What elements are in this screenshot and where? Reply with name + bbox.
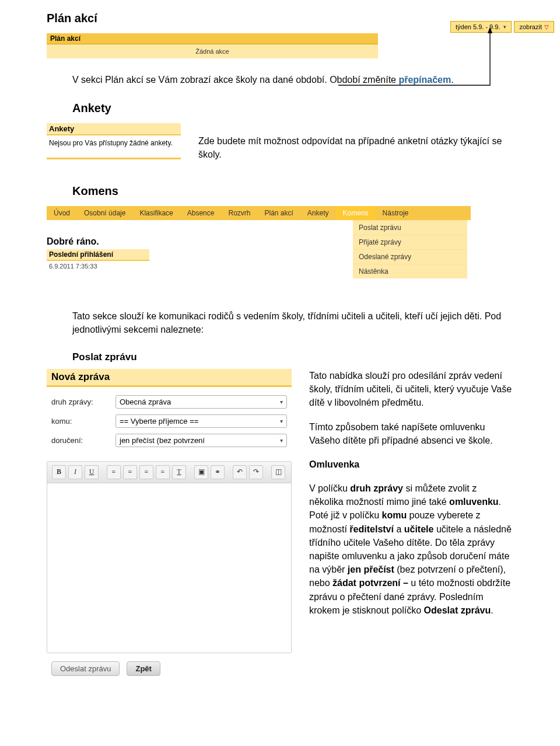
section-ankety-title: Ankety — [72, 102, 513, 115]
redo-icon[interactable]: ↷ — [249, 465, 263, 479]
align-right-icon[interactable]: ≡ — [139, 465, 153, 479]
section-komens-title: Komens — [72, 184, 513, 198]
nav-bar: Úvod Osobní údaje Klasifikace Absence Ro… — [47, 206, 471, 220]
section-plan-title: Plán akcí — [47, 12, 513, 25]
align-left-icon[interactable]: ≡ — [107, 465, 121, 479]
last-login-widget: Poslední přihlášení 6.9.2011 7:35:33 — [47, 249, 149, 271]
text-color-icon[interactable]: T — [172, 465, 186, 479]
underline-icon[interactable]: U — [85, 465, 99, 479]
image-icon[interactable]: ▣ — [194, 465, 208, 479]
select-doruceni[interactable]: jen přečíst (bez potvrzení▾ — [116, 434, 287, 447]
switcher-link: přepínačem — [398, 75, 451, 85]
poslat-p1: Tato nabídka slouží pro odesílání zpráv … — [309, 369, 513, 410]
eraser-icon[interactable]: ◫ — [271, 465, 285, 479]
nav-komens[interactable]: Komens — [336, 206, 376, 220]
last-login-value: 6.9.2011 7:35:33 — [47, 261, 149, 271]
last-login-label: Poslední přihlášení — [47, 249, 149, 261]
komens-description: Tato sekce slouží ke komunikaci rodičů s… — [72, 310, 513, 336]
nav-uvod[interactable]: Úvod — [47, 206, 77, 220]
chevron-down-icon: ▾ — [503, 24, 506, 30]
bold-icon[interactable]: B — [52, 465, 66, 479]
link-icon[interactable]: ⚭ — [211, 465, 225, 479]
separator — [265, 465, 269, 478]
section-poslat-title: Poslat zprávu — [72, 351, 513, 363]
new-message-title: Nová zpráva — [47, 369, 292, 387]
message-editor: B I U ≡ ≡ ≡ ≡ T ▣ ⚭ ↶ ↷ ◫ — [47, 461, 292, 653]
editor-textarea[interactable] — [47, 483, 291, 653]
chevron-down-icon: ▾ — [280, 437, 283, 444]
plan-widget: Plán akcí Žádná akce — [47, 33, 378, 58]
nav-plan[interactable]: Plán akcí — [257, 206, 300, 220]
align-center-icon[interactable]: ≡ — [123, 465, 137, 479]
chevron-down-icon: ▾ — [280, 399, 283, 405]
period-value: týden 5.9. - 9.9. — [456, 23, 500, 30]
period-switcher: týden 5.9. - 9.9. ▾ zobrazit ▽ — [450, 21, 554, 33]
select-druh[interactable]: Obecná zpráva▾ — [116, 395, 287, 409]
nav-absence[interactable]: Absence — [180, 206, 222, 220]
nav-ankety[interactable]: Ankety — [300, 206, 336, 220]
label-doruceni: doručení: — [51, 436, 116, 445]
period-dropdown[interactable]: týden 5.9. - 9.9. ▾ — [450, 21, 512, 33]
editor-toolbar: B I U ≡ ≡ ≡ ≡ T ▣ ⚭ ↶ ↷ ◫ — [47, 462, 291, 483]
submenu-prijate[interactable]: Přijaté zprávy — [353, 235, 467, 249]
separator — [188, 465, 192, 478]
nav-osobni[interactable]: Osobní údaje — [77, 206, 132, 220]
ankety-widget: Ankety Nejsou pro Vás přístupny žádné an… — [47, 123, 181, 159]
plan-widget-empty: Žádná akce — [47, 44, 378, 58]
submenu-poslat[interactable]: Poslat zprávu — [353, 220, 467, 235]
chevron-down-icon: ▾ — [280, 418, 283, 424]
send-button[interactable]: Odeslat zprávu — [51, 661, 120, 676]
select-komu[interactable]: == Vyberte příjemce ==▾ — [116, 414, 287, 428]
undo-icon[interactable]: ↶ — [233, 465, 247, 479]
separator — [227, 465, 230, 478]
label-druh: druh zprávy: — [51, 398, 116, 406]
plan-description: V sekci Plán akcí se Vám zobrazí akce šk… — [72, 74, 513, 86]
nav-klasifikace[interactable]: Klasifikace — [132, 206, 180, 220]
poslat-p3: V políčku druh zprávy si můžete zvolit z… — [309, 482, 513, 617]
show-label: zobrazit — [519, 23, 542, 30]
separator — [101, 465, 104, 478]
label-komu: komu: — [51, 417, 116, 426]
greeting: Dobré ráno. — [47, 236, 222, 247]
ankety-widget-title: Ankety — [47, 123, 181, 135]
nav-nastroje[interactable]: Nástroje — [376, 206, 416, 220]
omluvenka-heading: Omluvenka — [309, 458, 513, 471]
new-message-widget: Nová zpráva druh zprávy: Obecná zpráva▾ … — [47, 369, 292, 678]
plan-widget-title: Plán akcí — [47, 33, 378, 44]
italic-icon[interactable]: I — [68, 465, 82, 479]
triangle-icon: ▽ — [544, 24, 549, 30]
show-button[interactable]: zobrazit ▽ — [514, 21, 554, 33]
ankety-widget-body: Nejsou pro Vás přístupny žádné ankety. — [47, 135, 181, 158]
komens-submenu: Poslat zprávu Přijaté zprávy Odeslané zp… — [353, 220, 467, 278]
back-button[interactable]: Zpět — [127, 661, 160, 676]
align-justify-icon[interactable]: ≡ — [156, 465, 170, 479]
poslat-p2: Tímto způsobem také napíšete omluvenku V… — [309, 420, 513, 447]
submenu-odeslane[interactable]: Odeslané zprávy — [353, 249, 467, 264]
nav-rozvrh[interactable]: Rozvrh — [221, 206, 257, 220]
komens-nav-widget: Úvod Osobní údaje Klasifikace Absence Ro… — [47, 206, 471, 295]
ankety-description: Zde budete mít možnost odpovídat na příp… — [198, 135, 513, 161]
